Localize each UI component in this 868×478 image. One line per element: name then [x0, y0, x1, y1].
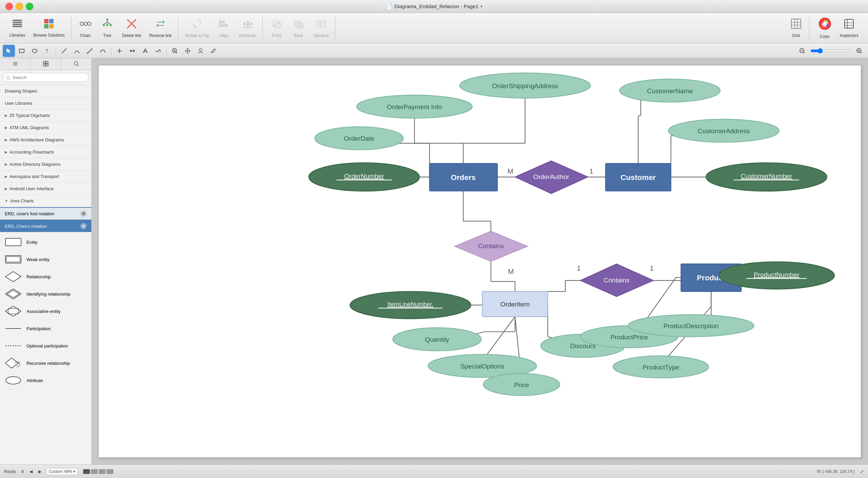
shape-item-recursive-rel[interactable]: Recursive relationship: [0, 355, 91, 372]
sidebar-item-accounting[interactable]: ▶ Accounting Flowcharts: [0, 146, 91, 158]
pause-button[interactable]: ⏸: [19, 468, 26, 475]
erd-crow-label: ERD, crow's foot notation: [5, 211, 54, 216]
shape-item-entity[interactable]: Entity: [0, 234, 91, 251]
front-button[interactable]: Front: [267, 16, 287, 40]
reverse-link-icon: [155, 18, 166, 32]
erd-crow-close[interactable]: ✕: [80, 211, 87, 217]
sidebar-item-atm-uml[interactable]: ▶ ATM UML Diagrams: [0, 122, 91, 134]
zoom-in-icon[interactable]: [169, 45, 181, 57]
zoom-select[interactable]: Custom 49% ▾: [46, 468, 78, 475]
associative-preview: [5, 305, 22, 317]
diagram-canvas[interactable]: M 1 1 M 1 1 OrderShippingAddress Custome…: [98, 65, 861, 458]
sidebar-item-25-orgcharts[interactable]: ▶ 25 Typical Orgcharts: [0, 109, 91, 122]
zoom-out-button[interactable]: [796, 45, 808, 57]
minimize-button[interactable]: [16, 3, 23, 10]
color-label: Color: [820, 34, 830, 39]
page-icon-2[interactable]: [91, 469, 98, 474]
select-tool[interactable]: [3, 45, 15, 57]
svg-line-64: [176, 52, 177, 53]
grid-button[interactable]: Grid: [786, 16, 806, 40]
path-tool[interactable]: [139, 45, 151, 57]
svg-text:OrderAuthor: OrderAuthor: [533, 173, 569, 180]
text-tool[interactable]: T: [41, 45, 54, 57]
sidebar-item-drawing-shapes[interactable]: Drawing Shapes: [0, 85, 91, 97]
shape-item-attribute[interactable]: Attribute: [0, 372, 91, 389]
sidebar-item-user-libraries[interactable]: User Libraries: [0, 97, 91, 109]
shape-item-associative[interactable]: Associative entity: [0, 303, 91, 320]
identifying-rel-preview: [5, 288, 22, 300]
sidebar-tab-list[interactable]: [0, 58, 31, 70]
delete-link-button[interactable]: Delete link: [119, 16, 145, 40]
align-button[interactable]: Align: [214, 16, 234, 40]
color-button[interactable]: Color: [815, 15, 835, 41]
canvas-area[interactable]: M 1 1 M 1 1 OrderShippingAddress Custome…: [92, 58, 868, 464]
libraries-icon: [12, 18, 23, 32]
zoom-slider[interactable]: [810, 48, 851, 54]
sidebar-tab-grid[interactable]: [31, 58, 61, 70]
erd-chen-header[interactable]: ERD, Chen's notation ✕: [0, 220, 91, 232]
svg-text:Contains: Contains: [478, 242, 504, 250]
back-button[interactable]: Back: [288, 16, 309, 40]
shape-item-participation[interactable]: Participation: [0, 320, 91, 337]
prev-page-button[interactable]: ◀: [27, 468, 35, 475]
expand-button[interactable]: ⤢: [860, 469, 864, 474]
connector-tool[interactable]: [84, 45, 96, 57]
browse-solutions-button[interactable]: Browse Solutions: [30, 16, 68, 40]
shape-item-identifying-rel[interactable]: Identifying relationship: [0, 285, 91, 303]
user-tool[interactable]: [194, 45, 207, 57]
sidebar-item-active-directory[interactable]: ▶ Active Directory Diagrams: [0, 158, 91, 171]
chevron-right-icon: ▶: [5, 187, 7, 191]
sidebar-item-aerospace[interactable]: ▶ Aerospace and Transport: [0, 171, 91, 183]
shape-item-optional-participation[interactable]: Optional participation: [0, 337, 91, 355]
search-input[interactable]: [3, 73, 89, 82]
maximize-button[interactable]: [26, 3, 33, 10]
erd-chen-close[interactable]: ✕: [80, 223, 87, 229]
svg-line-84: [77, 65, 79, 66]
svg-text:M: M: [508, 167, 513, 175]
sidebar-item-label: AWS Architecture Diagrams: [10, 137, 64, 142]
freehand-tool[interactable]: [152, 45, 164, 57]
shape-item-relationship[interactable]: Relationship: [0, 268, 91, 285]
pen-tool[interactable]: [207, 45, 220, 57]
svg-line-55: [62, 48, 67, 53]
sidebar-item-area-charts[interactable]: ▼ Area Charts: [0, 195, 91, 207]
sidebar-tabs: [0, 58, 91, 70]
page-icon-3[interactable]: [99, 469, 106, 474]
ellipse-tool[interactable]: [29, 45, 41, 57]
distribute-button[interactable]: Distribute: [235, 16, 260, 40]
grid-icon: [790, 18, 802, 32]
page-icon-1[interactable]: [83, 469, 90, 474]
svg-text:ProductPrice: ProductPrice: [610, 334, 648, 341]
identical-button[interactable]: Identical: [310, 16, 332, 40]
svg-rect-5: [49, 19, 54, 23]
reverse-link-button[interactable]: Reverse link: [146, 16, 175, 40]
relationship-label: Relationship: [26, 274, 51, 279]
svg-text:1: 1: [650, 264, 654, 272]
drawing-toolbar: T: [0, 43, 868, 58]
inspectors-label: Inspectors: [840, 33, 858, 38]
sidebar-item-android-ui[interactable]: ▶ Android User Interface: [0, 183, 91, 195]
back-label: Back: [294, 33, 303, 38]
rotate-flip-button[interactable]: Rotate & Flip: [182, 16, 212, 40]
tree-button[interactable]: Tree: [97, 16, 117, 40]
svg-rect-13: [106, 19, 108, 21]
libraries-button[interactable]: Libraries: [6, 16, 29, 40]
line-tool[interactable]: [58, 45, 70, 57]
sidebar-tab-search[interactable]: [61, 58, 91, 70]
bezier-tool[interactable]: [97, 45, 109, 57]
close-button[interactable]: [5, 3, 13, 10]
split-tool[interactable]: [113, 45, 126, 57]
zoom-in-button[interactable]: [853, 45, 865, 57]
shape-item-weak-entity[interactable]: Weak entity: [0, 251, 91, 268]
page-icon-4[interactable]: [107, 469, 113, 474]
next-page-button[interactable]: ▶: [36, 468, 44, 475]
chain-button[interactable]: Chain: [75, 16, 96, 40]
inspectors-button[interactable]: Inspectors: [836, 16, 862, 40]
erd-crow-header[interactable]: ERD, crow's foot notation ✕: [0, 208, 91, 220]
svg-rect-26: [243, 22, 246, 25]
arc-tool[interactable]: [71, 45, 83, 57]
sidebar-item-aws-arch[interactable]: ▶ AWS Architecture Diagrams: [0, 134, 91, 146]
rectangle-tool[interactable]: [16, 45, 28, 57]
pan-tool[interactable]: [182, 45, 194, 57]
join-tool[interactable]: [126, 45, 138, 57]
